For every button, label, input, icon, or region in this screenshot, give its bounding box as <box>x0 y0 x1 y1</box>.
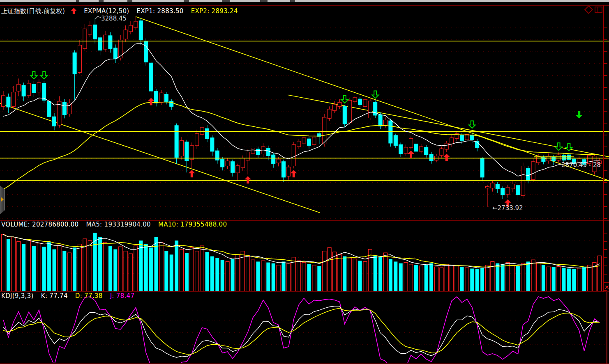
volume-header: VOLUME: 202786800.00 MA5: 193319904.00 M… <box>1 221 232 228</box>
price-range-label: 2870.49 - 28 <box>561 161 609 169</box>
kdj-d-value: D: 77.38 <box>75 292 103 300</box>
volume-value: VOLUME: 202786800.00 <box>1 221 78 228</box>
sell-arrow-icon <box>30 71 37 79</box>
exp2-value: EXP2: 2893.24 <box>191 7 238 15</box>
buy-arrow-icon <box>408 151 414 158</box>
sell-arrow-icon <box>41 71 47 79</box>
strip-notch <box>184 0 189 2</box>
kdj-pane[interactable] <box>0 297 606 364</box>
high-price-label: 3288.45 <box>101 15 127 22</box>
buy-arrow-icon <box>291 170 297 177</box>
sell-arrow-icon <box>556 143 562 150</box>
split-window-icon-divider <box>597 7 598 12</box>
kdj-indicator-name: KDJ(9,3,3) <box>1 292 34 300</box>
panel-expand-handle[interactable] <box>0 185 5 214</box>
sell-arrow-icon <box>576 111 582 118</box>
exp1-value: EXP1: 2883.50 <box>136 7 183 15</box>
strip-notch <box>76 0 79 2</box>
kdj-j-value: J: 78.47 <box>110 292 135 300</box>
up-arrow-icon <box>71 8 76 14</box>
candlestick-pane[interactable] <box>0 16 609 218</box>
volume-ma5-value: MA5: 193319904.00 <box>86 221 150 228</box>
indicator-name: EXPMA(12,50) <box>84 7 129 15</box>
low-price-label: ←2733.92 <box>492 204 523 212</box>
sell-arrow-icon <box>469 121 475 128</box>
volume-pane[interactable] <box>0 233 603 291</box>
symbol-title: 上证指数(日线.前复权) <box>1 7 65 15</box>
price-chart-svg[interactable] <box>0 0 609 364</box>
strip-notch <box>99 0 104 2</box>
strip-notch <box>127 0 132 2</box>
volume-ma10-value: MA10: 179355488.00 <box>158 221 227 228</box>
buy-arrow-icon <box>189 170 195 177</box>
kdj-header: KDJ(9,3,3) K: 77.74 D: 77.38 J: 78.47 <box>1 292 140 300</box>
main-chart-header: 上证指数(日线.前复权) EXPMA(12,50) EXP1: 2883.50 … <box>1 7 243 15</box>
strip-notch <box>260 0 268 2</box>
buy-arrow-icon <box>148 98 155 105</box>
sell-arrow-icon <box>372 91 378 98</box>
trading-app-window: 上证指数(日线.前复权) EXPMA(12,50) EXP1: 2883.50 … <box>0 0 609 364</box>
expand-triangle-icon <box>1 197 4 202</box>
strip-notch <box>222 0 230 2</box>
close-indicator-button[interactable]: ✕ <box>604 282 609 292</box>
sell-arrow-icon <box>341 96 348 103</box>
split-window-icon[interactable] <box>595 7 602 13</box>
strip-notch <box>290 0 295 2</box>
window-top-strip <box>0 0 609 2</box>
buy-arrow-icon <box>443 154 450 161</box>
buy-arrow-icon <box>245 176 251 183</box>
kdj-k-value: K: 77.74 <box>41 292 68 300</box>
